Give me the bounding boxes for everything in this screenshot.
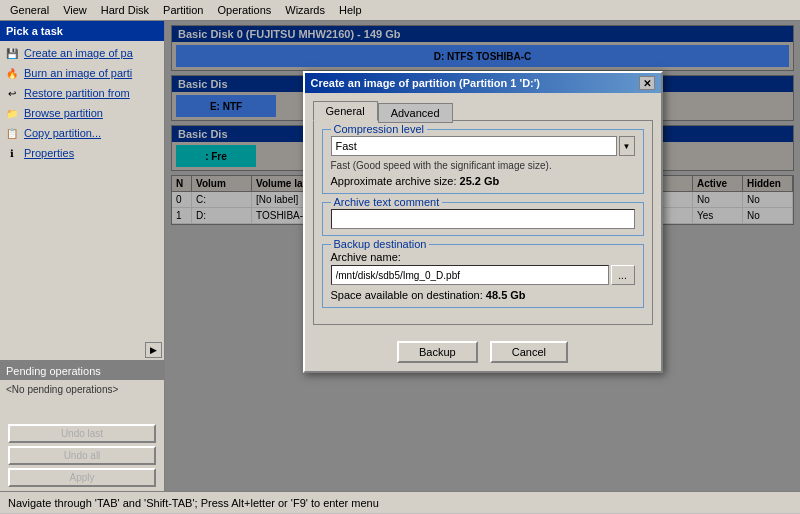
dialog-close-button[interactable]: ✕ xyxy=(639,76,655,90)
compression-value: Fast xyxy=(336,140,357,152)
undo-all-button[interactable]: Undo all xyxy=(8,446,156,465)
comment-legend: Archive text comment xyxy=(331,196,443,208)
task-properties[interactable]: ℹ Properties xyxy=(0,143,164,163)
approx-value: 25.2 Gb xyxy=(460,175,500,187)
content-area: Basic Disk 0 (FUJITSU MHW2160) - 149 Gb … xyxy=(165,21,800,491)
task-burn-image-label: Burn an image of parti xyxy=(24,67,132,79)
compression-select[interactable]: Fast xyxy=(331,136,617,156)
menu-partition[interactable]: Partition xyxy=(157,2,209,18)
space-available-row: Space available on destination: 48.5 Gb xyxy=(331,289,635,301)
pending-header: Pending operations xyxy=(0,362,164,380)
backup-button[interactable]: Backup xyxy=(397,341,478,363)
archive-name-label: Archive name: xyxy=(331,251,635,263)
dialog-title: Create an image of partition (Partition … xyxy=(311,77,541,89)
sidebar-collapse-btn[interactable]: ▶ xyxy=(145,342,162,358)
tab-content-general: Compression level Fast ▼ Fast (Good spee… xyxy=(313,120,653,325)
approx-size-row: Approximate archive size: 25.2 Gb xyxy=(331,175,635,187)
compression-dropdown-arrow[interactable]: ▼ xyxy=(619,136,635,156)
task-properties-label: Properties xyxy=(24,147,74,159)
backup-group: Backup destination Archive name: ... Spa… xyxy=(322,244,644,308)
comment-input[interactable] xyxy=(331,209,635,229)
compression-select-row: Fast ▼ xyxy=(331,136,635,156)
approx-label: Approximate archive size: xyxy=(331,175,457,187)
cancel-button[interactable]: Cancel xyxy=(490,341,568,363)
dialog-body: General Advanced Compression level Fast … xyxy=(305,93,661,333)
menu-help[interactable]: Help xyxy=(333,2,368,18)
compression-description: Fast (Good speed with the significant im… xyxy=(331,160,635,171)
backup-legend: Backup destination xyxy=(331,238,430,250)
task-browse-label: Browse partition xyxy=(24,107,103,119)
space-value: 48.5 Gb xyxy=(486,289,526,301)
sidebar-header: Pick a task xyxy=(0,21,164,41)
space-label: Space available on destination: xyxy=(331,289,483,301)
comment-group: Archive text comment xyxy=(322,202,644,236)
statusbar: Navigate through 'TAB' and 'Shift-TAB'; … xyxy=(0,491,800,513)
tab-bar: General Advanced xyxy=(313,101,653,121)
create-image-dialog: Create an image of partition (Partition … xyxy=(303,71,663,373)
menu-operations[interactable]: Operations xyxy=(211,2,277,18)
archive-name-row: ... xyxy=(331,265,635,285)
task-create-image-label: Create an image of pa xyxy=(24,47,133,59)
task-restore-label: Restore partition from xyxy=(24,87,130,99)
statusbar-text: Navigate through 'TAB' and 'Shift-TAB'; … xyxy=(8,497,379,509)
main-layout: Pick a task 💾 Create an image of pa 🔥 Bu… xyxy=(0,21,800,491)
browse-icon: 📁 xyxy=(4,105,20,121)
copy-icon: 📋 xyxy=(4,125,20,141)
browse-button[interactable]: ... xyxy=(611,265,635,285)
sidebar: Pick a task 💾 Create an image of pa 🔥 Bu… xyxy=(0,21,165,491)
pending-section: Pending operations <No pending operation… xyxy=(0,360,164,420)
task-browse[interactable]: 📁 Browse partition xyxy=(0,103,164,123)
dialog-titlebar: Create an image of partition (Partition … xyxy=(305,73,661,93)
menu-harddisk[interactable]: Hard Disk xyxy=(95,2,155,18)
task-restore[interactable]: ↩ Restore partition from xyxy=(0,83,164,103)
restore-icon: ↩ xyxy=(4,85,20,101)
task-create-image[interactable]: 💾 Create an image of pa xyxy=(0,43,164,63)
undo-last-button[interactable]: Undo last xyxy=(8,424,156,443)
task-list: 💾 Create an image of pa 🔥 Burn an image … xyxy=(0,41,164,340)
modal-overlay: Create an image of partition (Partition … xyxy=(165,21,800,491)
tab-general[interactable]: General xyxy=(313,101,378,121)
dialog-footer: Backup Cancel xyxy=(305,333,661,371)
task-burn-image[interactable]: 🔥 Burn an image of parti xyxy=(0,63,164,83)
menu-view[interactable]: View xyxy=(57,2,93,18)
sidebar-action-buttons: Undo last Undo all Apply xyxy=(0,420,164,491)
task-copy[interactable]: 📋 Copy partition... xyxy=(0,123,164,143)
burn-image-icon: 🔥 xyxy=(4,65,20,81)
compression-group: Compression level Fast ▼ Fast (Good spee… xyxy=(322,129,644,194)
archive-name-input[interactable] xyxy=(331,265,609,285)
apply-button[interactable]: Apply xyxy=(8,468,156,487)
menu-general[interactable]: General xyxy=(4,2,55,18)
compression-legend: Compression level xyxy=(331,123,427,135)
pending-content: <No pending operations> xyxy=(0,380,164,420)
menubar: General View Hard Disk Partition Operati… xyxy=(0,0,800,21)
create-image-icon: 💾 xyxy=(4,45,20,61)
task-copy-label: Copy partition... xyxy=(24,127,101,139)
tab-advanced[interactable]: Advanced xyxy=(378,103,453,123)
properties-icon: ℹ xyxy=(4,145,20,161)
menu-wizards[interactable]: Wizards xyxy=(279,2,331,18)
